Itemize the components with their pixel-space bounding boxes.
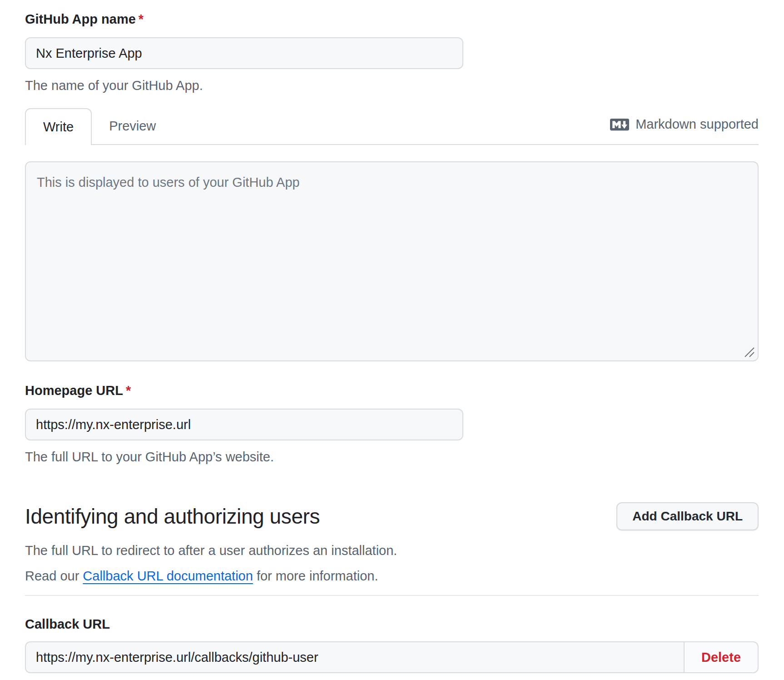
tab-write[interactable]: Write <box>25 108 92 145</box>
homepage-url-label-text: Homepage URL <box>25 383 123 398</box>
description-textarea[interactable] <box>25 161 759 361</box>
app-name-input[interactable] <box>25 37 463 69</box>
required-asterisk: * <box>139 12 144 26</box>
markdown-supported-note: Markdown supported <box>610 108 759 144</box>
callback-url-documentation-link[interactable]: Callback URL documentation <box>83 569 253 583</box>
app-name-label-text: GitHub App name <box>25 12 136 26</box>
github-app-settings-form: GitHub App name* The name of your GitHub… <box>0 0 784 680</box>
homepage-url-label: Homepage URL* <box>25 381 759 400</box>
homepage-url-help: The full URL to your GitHub App’s websit… <box>25 449 759 465</box>
markdown-icon <box>610 115 629 134</box>
description-tabnav: Write Preview Markdown supported <box>25 108 759 145</box>
markdown-supported-label: Markdown supported <box>635 117 759 132</box>
callback-doc-line: Read our Callback URL documentation for … <box>25 568 759 584</box>
description-field-wrap <box>25 161 759 361</box>
app-name-label: GitHub App name* <box>25 10 759 28</box>
homepage-url-input[interactable] <box>25 409 463 440</box>
callback-url-label: Callback URL <box>25 615 759 633</box>
callback-url-input[interactable] <box>25 641 684 673</box>
callback-url-group: Delete <box>25 641 759 673</box>
app-name-help: The name of your GitHub App. <box>25 77 759 94</box>
resize-handle-icon[interactable] <box>743 346 755 358</box>
required-asterisk: * <box>126 383 131 398</box>
identifying-section-title: Identifying and authorizing users <box>25 503 320 530</box>
identifying-section-description: The full URL to redirect to after a user… <box>25 542 759 559</box>
delete-callback-button[interactable]: Delete <box>684 641 759 673</box>
tab-preview[interactable]: Preview <box>92 108 173 144</box>
identifying-section-header: Identifying and authorizing users Add Ca… <box>25 502 759 530</box>
section-divider <box>25 595 759 596</box>
callback-doc-prefix: Read our <box>25 569 83 583</box>
add-callback-url-button[interactable]: Add Callback URL <box>616 502 759 530</box>
callback-doc-suffix: for more information. <box>253 569 378 583</box>
